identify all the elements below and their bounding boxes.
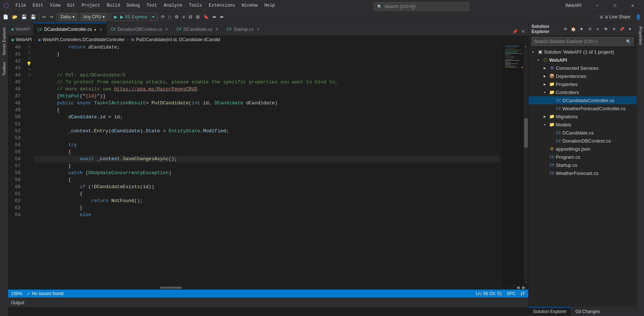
scroll-up-button[interactable]: ▲ [524,44,528,49]
toolbar-btn-misc1[interactable]: ⟳ [160,12,166,21]
tree-project[interactable]: ▾ ⬡ WebAPI [529,56,637,64]
se-close-button[interactable]: ✕ [610,25,618,33]
tab-close-1[interactable]: ✕ [99,27,103,32]
menu-debug[interactable]: Debug [124,2,143,9]
line-col[interactable]: Ln: 56 Ch: 51 [476,291,502,296]
toolbar-btn-misc6[interactable]: ⊞ [194,12,201,21]
h-scroll-thumb[interactable] [160,287,182,289]
se-dropdown-button[interactable]: ▾ [626,25,634,33]
vertical-scrollbar[interactable]: ▲ ▼ [523,44,528,285]
fold-48[interactable]: ⊟ [26,50,32,55]
project-expand[interactable]: ▾ [535,57,541,63]
toolbar-new[interactable]: 📄 [1,12,10,21]
menu-git[interactable]: Git [64,2,78,9]
tree-connected-services[interactable]: ▶ ⚙ Connected Services [529,64,637,72]
menu-build[interactable]: Build [104,2,123,9]
properties-expand[interactable]: ▶ [542,81,548,87]
tab-close-2[interactable]: ✕ [164,27,169,32]
fold-44[interactable]: ⊟ [26,44,32,50]
zoom-level[interactable]: 100% [11,291,22,296]
tree-startup[interactable]: ▶ C# Startup.cs [529,161,637,169]
toolbar-btn-misc8[interactable]: ⬅ [211,12,218,21]
se-filter-button[interactable]: ▼ [578,25,585,33]
tree-appsettings[interactable]: ▶ ⚙ appsettings.json [529,145,637,153]
menu-extensions[interactable]: Extensions [206,2,238,9]
tab-dcandidate-controller[interactable]: C# DCandidateController.cs ● ✕ [33,23,107,35]
play-button[interactable]: ▶ ▶ IIS Express [111,13,151,21]
menu-help[interactable]: Help [261,2,278,9]
tree-controllers[interactable]: ▾ 📁 Controllers [529,88,637,96]
menu-project[interactable]: Project [79,2,103,9]
toolbar-btn-misc3[interactable]: ⚙ [173,12,180,21]
toolbar-open[interactable]: 📂 [11,12,19,21]
se-refresh-button[interactable]: ↺ [586,25,593,33]
connected-services-expand[interactable]: ▶ [542,65,548,71]
platform-dropdown[interactable]: Any CPU ▾ [80,13,107,21]
profile-button[interactable]: 👤 [634,12,643,21]
sidebar-server-explorer[interactable]: Server Explorer [1,24,7,58]
tree-dependencies[interactable]: ▶ 📦 Dependencies [529,72,637,80]
tree-donation-db[interactable]: ▶ C# DonationDBContext.cs [529,137,637,145]
tab-close-4[interactable]: ✕ [256,27,260,32]
se-sync-button[interactable]: ⟳ [562,25,569,33]
play-dropdown-button[interactable]: ▾ [151,13,156,21]
controllers-expand[interactable]: ▾ [542,89,548,95]
minimize-button[interactable]: — [589,0,606,11]
toolbar-save[interactable]: 💾 [20,12,28,21]
tab-donation-db[interactable]: C# DonationDBContext.cs ✕ [107,23,173,35]
menu-file[interactable]: File [12,2,29,9]
toolbar-btn-misc5[interactable]: ⊟ [187,12,194,21]
se-collapse-button[interactable]: ≡ [594,25,601,33]
fold-54[interactable]: ⊟ [26,55,32,61]
se-tab-solution-explorer[interactable]: Solution Explorer [529,307,571,316]
toolbar-btn-misc7[interactable]: 🔖 [202,12,210,21]
se-tab-git-changes[interactable]: Git Changes [571,308,604,316]
tab-bar-close-all[interactable]: ≡ [519,28,527,35]
tree-models[interactable]: ▾ 📁 Models [529,121,637,129]
tree-migrations[interactable]: ▶ 📁 Migrations [529,112,637,121]
menu-analyze[interactable]: Analyze [161,2,185,9]
error-status[interactable]: ✓ No issues found [27,291,64,296]
tab-startup[interactable]: C# Startup.cs ✕ [223,23,264,35]
menu-window[interactable]: Window [239,2,261,9]
breadcrumb-part1[interactable]: WebAPI [16,37,32,42]
close-button[interactable]: ✕ [624,0,641,11]
breadcrumb-part2[interactable]: WebAPI.Controllers.DCandidateController [43,37,125,42]
scroll-down-button[interactable]: ▼ [524,280,528,284]
toolbar-btn-misc2[interactable]: □ [167,12,172,21]
solution-expand[interactable]: ▾ [530,49,536,55]
tree-solution[interactable]: ▾ ▣ Solution 'WebAPI' (1 of 1 project) [529,48,637,56]
se-pin-button[interactable]: 📌 [618,25,626,33]
models-expand[interactable]: ▾ [542,122,548,128]
toolbar-undo[interactable]: ↩ [41,12,47,21]
code-area[interactable]: return dCandidate; } // PUT: api/DCandid… [32,44,501,285]
menu-tools[interactable]: Tools [186,2,205,9]
tree-program[interactable]: ▶ C# Program.cs [529,153,637,161]
breadcrumb-part3[interactable]: PutDCandidate(int id, DCandidate dCandid [136,37,220,42]
tab-bar-pin[interactable]: 📌 [511,28,519,35]
tree-weather-forecast[interactable]: ▶ C# WeatherForecast.cs [529,169,637,177]
debug-config-dropdown[interactable]: Debu ▾ [58,13,77,21]
sidebar-toolbox[interactable]: Toolbox [1,59,7,79]
toolbar-btn-misc4[interactable]: ≡ [181,12,186,21]
se-show-all-button[interactable]: 👁 [602,25,609,33]
tree-dcandidate[interactable]: ▶ C# DCandidate.cs [529,129,637,137]
properties-tab[interactable]: Properties [638,24,644,47]
menu-view[interactable]: View [47,2,64,9]
tab-close-3[interactable]: ✕ [215,27,219,32]
menu-test[interactable]: Test [144,2,160,9]
toolbar-btn-misc9[interactable]: ➡ [218,12,225,21]
tree-weather-controller[interactable]: ▶ C# WeatherForecastController.cs [529,104,637,112]
toolbar-save-all[interactable]: 💾 [29,12,37,21]
tree-properties[interactable]: ▶ 📁 Properties [529,80,637,88]
fold-60[interactable]: ⊟ [26,72,32,78]
migrations-expand[interactable]: ▶ [542,114,548,119]
se-home-button[interactable]: 🏠 [570,25,577,33]
toolbar-redo[interactable]: ↪ [48,12,55,21]
tab-dcandidate[interactable]: C# DCandidate.cs ✕ [173,23,223,35]
se-search-input[interactable]: Search Solution Explorer (Ctrl+;) 🔍 [532,37,634,46]
tree-dcandidate-controller[interactable]: ▶ C# DCandidateController.cs [529,96,637,104]
maximize-button[interactable]: ❐ [607,0,623,11]
encoding[interactable]: SPC [507,291,516,296]
line-ending[interactable]: 1F [520,291,525,296]
